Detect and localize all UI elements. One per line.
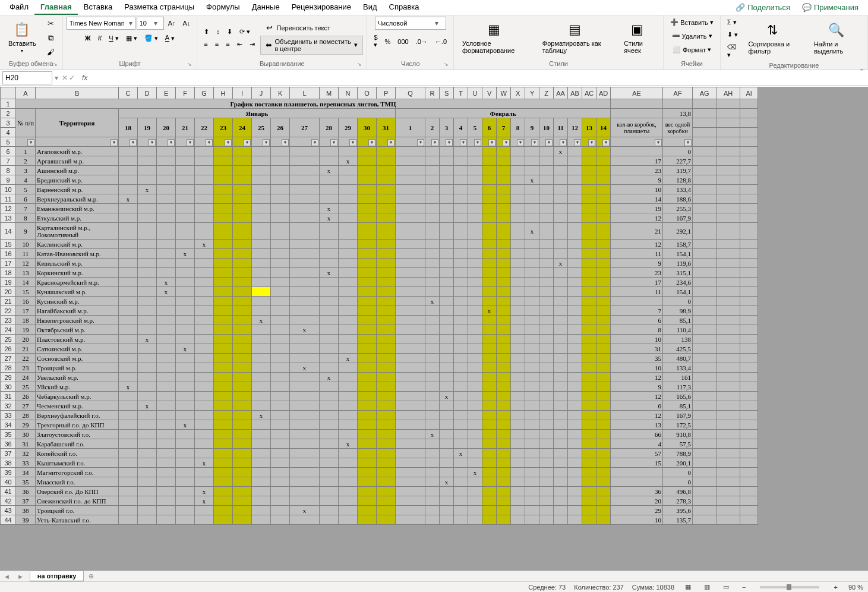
row-header[interactable]: 3 <box>1 118 16 128</box>
align-bottom-button[interactable]: ⬇ <box>224 26 235 37</box>
row-header[interactable]: 14 <box>1 223 16 240</box>
paste-button[interactable]: 📋Вставить▾ <box>4 20 41 56</box>
col-header[interactable]: D <box>138 87 157 99</box>
chevron-down-icon[interactable]: ▾ <box>127 19 135 27</box>
row-header[interactable]: 8 <box>1 166 16 175</box>
filter-dropdown[interactable] <box>554 137 568 147</box>
col-header[interactable]: S <box>440 87 454 99</box>
filter-dropdown[interactable] <box>396 137 425 147</box>
orientation-button[interactable]: ⟳ ▾ <box>236 26 253 37</box>
accept-formula-button[interactable]: ✓ <box>69 74 75 82</box>
row-header[interactable]: 44 <box>1 515 16 525</box>
col-header[interactable]: U <box>468 87 482 99</box>
filter-dropdown[interactable] <box>339 137 358 147</box>
col-header[interactable]: W <box>497 87 511 99</box>
col-header[interactable]: AE <box>611 87 663 99</box>
col-header[interactable]: N <box>339 87 358 99</box>
align-top-button[interactable]: ⬆ <box>201 26 212 37</box>
row-header[interactable]: 39 <box>1 468 16 477</box>
merge-center-button[interactable]: ⬌Объединить и поместить в центре ▾ <box>260 36 364 55</box>
col-header[interactable]: AD <box>596 87 611 99</box>
currency-button[interactable]: $ ▾ <box>371 32 380 51</box>
col-header[interactable]: K <box>271 87 290 99</box>
filter-dropdown[interactable] <box>596 137 611 147</box>
filter-dropdown[interactable] <box>663 137 693 147</box>
col-header[interactable]: AI <box>740 87 758 99</box>
col-header[interactable]: F <box>176 87 195 99</box>
zoom-out-button[interactable]: − <box>740 584 748 591</box>
filter-dropdown[interactable] <box>468 137 482 147</box>
row-header[interactable]: 38 <box>1 458 16 468</box>
row-header[interactable]: 2 <box>1 109 16 118</box>
filter-dropdown[interactable] <box>539 137 554 147</box>
filter-dropdown[interactable] <box>16 137 36 147</box>
col-header[interactable]: V <box>482 87 497 99</box>
italic-button[interactable]: К <box>95 32 105 44</box>
filter-dropdown[interactable] <box>157 137 176 147</box>
filter-dropdown[interactable] <box>358 137 377 147</box>
decrease-font-button[interactable]: A↓ <box>179 17 193 30</box>
font-name-select[interactable]: ▾ <box>67 17 135 30</box>
comma-button[interactable]: 000 <box>394 32 411 51</box>
col-header[interactable]: A <box>16 87 36 99</box>
row-header[interactable]: 40 <box>1 477 16 487</box>
filter-dropdown[interactable] <box>497 137 511 147</box>
align-middle-button[interactable]: ↕ <box>213 26 223 37</box>
col-header[interactable]: P <box>377 87 396 99</box>
row-header[interactable]: 11 <box>1 194 16 204</box>
col-header[interactable]: AB <box>568 87 582 99</box>
row-header[interactable]: 10 <box>1 185 16 194</box>
filter-dropdown[interactable] <box>454 137 468 147</box>
align-right-button[interactable]: ≡ <box>223 39 232 50</box>
filter-dropdown[interactable] <box>482 137 497 147</box>
increase-indent-button[interactable]: ⇥ <box>247 39 258 50</box>
col-header[interactable]: C <box>119 87 138 99</box>
col-header[interactable]: G <box>195 87 214 99</box>
decrease-decimal-button[interactable]: ←.0 <box>432 32 450 51</box>
row-header[interactable]: 43 <box>1 506 16 515</box>
filter-dropdown[interactable] <box>138 137 157 147</box>
col-header[interactable]: B <box>36 87 119 99</box>
row-header[interactable]: 30 <box>1 382 16 392</box>
fill-color-button[interactable]: 🪣 ▾ <box>141 32 161 44</box>
col-header[interactable]: T <box>454 87 468 99</box>
wrap-text-button[interactable]: ↩Переносить текст <box>260 21 364 34</box>
increase-font-button[interactable]: A↑ <box>165 17 179 30</box>
collapse-ribbon-button[interactable]: ⌃ <box>859 68 864 75</box>
view-page-button[interactable]: ▥ <box>702 583 712 591</box>
col-header[interactable]: R <box>425 87 440 99</box>
border-button[interactable]: ▦ ▾ <box>123 32 140 44</box>
copy-button[interactable]: ⧉ <box>43 32 59 45</box>
row-header[interactable]: 4 <box>1 128 16 137</box>
row-header[interactable]: 41 <box>1 487 16 496</box>
col-header[interactable]: J <box>252 87 271 99</box>
sheet-tab[interactable]: на отправку <box>30 571 84 582</box>
row-header[interactable]: 23 <box>1 316 16 325</box>
filter-dropdown[interactable] <box>320 137 339 147</box>
filter-dropdown[interactable] <box>252 137 271 147</box>
row-header[interactable]: 17 <box>1 259 16 268</box>
autosum-button[interactable]: Σ ▾ <box>724 17 741 28</box>
menu-вид[interactable]: Вид <box>357 0 383 15</box>
row-header[interactable]: 15 <box>1 240 16 249</box>
chevron-down-icon[interactable]: ▾ <box>151 19 160 27</box>
filter-dropdown[interactable] <box>119 137 138 147</box>
row-header[interactable]: 26 <box>1 344 16 354</box>
col-header[interactable]: L <box>290 87 320 99</box>
tab-nav-prev[interactable]: ◄ <box>0 573 14 580</box>
delete-cells-button[interactable]: ➖ Удалить ▾ <box>669 30 715 42</box>
decrease-indent-button[interactable]: ⇤ <box>234 39 245 50</box>
fx-icon[interactable]: fx <box>78 74 91 82</box>
tab-nav-next[interactable]: ► <box>14 573 27 580</box>
menu-справка[interactable]: Справка <box>383 0 425 15</box>
filter-dropdown[interactable] <box>611 137 663 147</box>
menu-формулы[interactable]: Формулы <box>200 0 246 15</box>
row-header[interactable]: 34 <box>1 420 16 430</box>
spreadsheet-grid[interactable]: ABCDEFGHIJKLMNOPQRSTUVWXYZAAABACADAEAFAG… <box>0 87 868 571</box>
row-header[interactable]: 7 <box>1 156 16 166</box>
row-header[interactable]: 6 <box>1 147 16 156</box>
menu-рецензирование[interactable]: Рецензирование <box>286 0 357 15</box>
row-header[interactable]: 16 <box>1 249 16 259</box>
filter-dropdown[interactable] <box>582 137 596 147</box>
align-center-button[interactable]: ≡ <box>212 39 222 50</box>
